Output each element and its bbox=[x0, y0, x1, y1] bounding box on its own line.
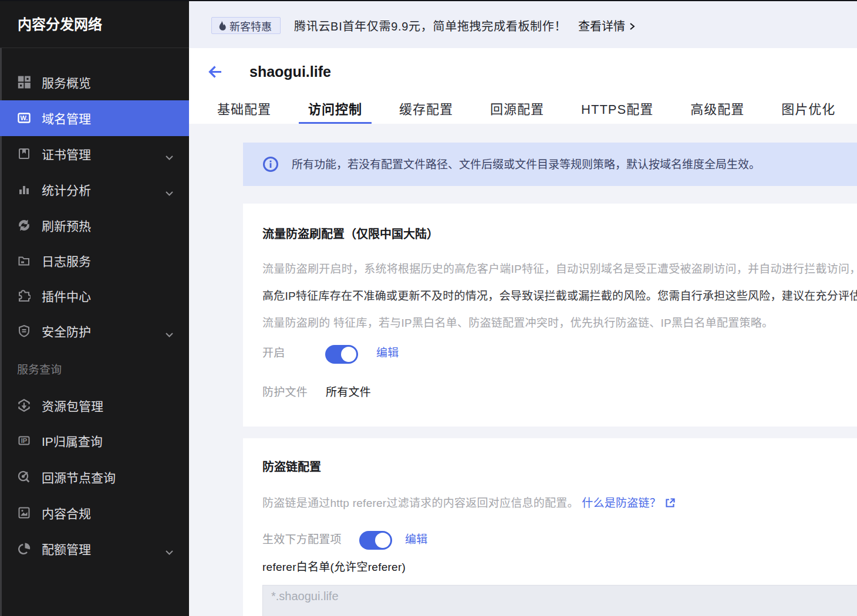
svg-text:IP: IP bbox=[21, 437, 27, 444]
svg-text:W.: W. bbox=[21, 114, 28, 121]
